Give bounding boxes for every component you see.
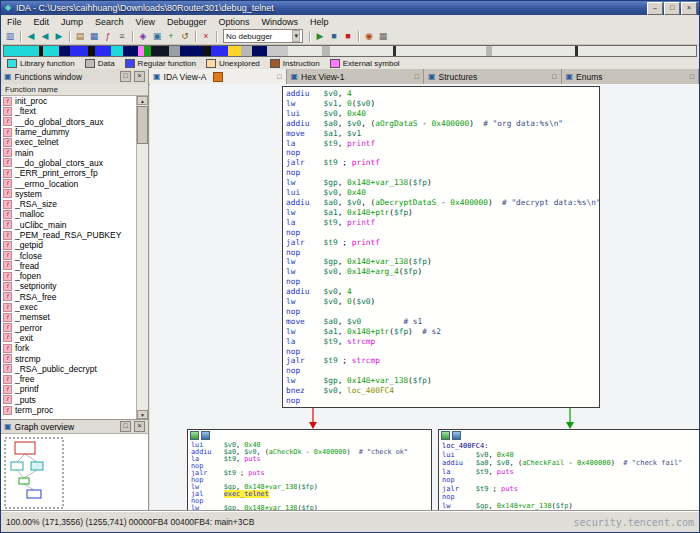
asm-line[interactable]: la $t9, strcmp bbox=[286, 337, 599, 347]
function-item[interactable]: f_printf bbox=[1, 384, 137, 394]
menu-item-search[interactable]: Search bbox=[89, 17, 130, 27]
function-item[interactable]: f_RSA_free bbox=[1, 292, 137, 302]
function-item[interactable]: f_fread bbox=[1, 261, 137, 271]
scrollbar-thumb[interactable] bbox=[137, 106, 148, 144]
asm-line[interactable]: lw $gp, 0x148+var_138($fp) bbox=[442, 502, 699, 511]
add-icon[interactable]: + bbox=[164, 30, 178, 43]
asm-line[interactable]: jalr $t9 ; strcmp bbox=[286, 356, 599, 366]
tab-enums[interactable]: ▣Enums□ bbox=[562, 69, 700, 84]
function-item[interactable]: fexec_telnet bbox=[1, 137, 137, 147]
minimize-button[interactable]: – bbox=[647, 2, 663, 15]
asm-line[interactable]: la $t9, printf bbox=[286, 139, 599, 149]
tab-ida-view-a[interactable]: ▣IDA View-A□ bbox=[149, 69, 287, 84]
navband[interactable] bbox=[3, 45, 697, 57]
maximize-icon[interactable]: □ bbox=[690, 73, 694, 80]
asm-line[interactable]: la $t9, puts bbox=[442, 468, 699, 477]
menu-item-file[interactable]: File bbox=[1, 17, 28, 27]
function-item[interactable]: f_memset bbox=[1, 312, 137, 322]
menu-item-edit[interactable]: Edit bbox=[28, 17, 56, 27]
function-item[interactable]: finit_proc bbox=[1, 96, 137, 106]
menu-item-debugger[interactable]: Debugger bbox=[161, 17, 213, 27]
asm-line[interactable]: la $t9, printf bbox=[286, 218, 599, 228]
asm-line[interactable]: nop bbox=[286, 248, 599, 258]
breakpoint-icon[interactable]: ◉ bbox=[362, 30, 376, 43]
asm-line[interactable]: nop bbox=[286, 347, 599, 357]
asm-line[interactable]: jal exec_telnet bbox=[191, 491, 431, 498]
tab-hex-view-1[interactable]: ▣Hex View-1□ bbox=[287, 69, 425, 84]
maximize-icon[interactable]: □ bbox=[415, 73, 419, 80]
asm-line[interactable]: jalr $t9 ; puts bbox=[191, 470, 431, 477]
asm-line[interactable]: bnez $v0, loc_400FC4 bbox=[286, 386, 599, 396]
graph-overview-map[interactable] bbox=[1, 433, 148, 514]
function-item[interactable]: f_uClibc_main bbox=[1, 220, 137, 230]
asm-line[interactable]: nop bbox=[286, 168, 599, 178]
start-process-icon[interactable]: ▶ bbox=[313, 30, 327, 43]
function-item[interactable]: f_exit bbox=[1, 333, 137, 343]
menu-item-options[interactable]: Options bbox=[212, 17, 255, 27]
function-item[interactable]: f__errno_location bbox=[1, 178, 137, 188]
structures-icon[interactable]: ▣ bbox=[150, 30, 164, 43]
function-item[interactable]: f_malloc bbox=[1, 209, 137, 219]
function-item[interactable]: f_PEM_read_RSA_PUBKEY bbox=[1, 230, 137, 240]
function-item[interactable]: f_getpid bbox=[1, 240, 137, 250]
function-item[interactable]: fstrcmp bbox=[1, 353, 137, 363]
close-button[interactable]: × bbox=[681, 2, 697, 15]
title-bar[interactable]: ◆ IDA - C:\Users\caihhuang\Downloads\80R… bbox=[1, 1, 699, 15]
functions-window-titlebar[interactable]: ▣ Functions window □ × bbox=[1, 69, 149, 84]
asm-line[interactable]: loc_400FC4: bbox=[442, 442, 699, 451]
function-item[interactable]: f_RSA_public_decrypt bbox=[1, 364, 137, 374]
panel-close-icon[interactable]: × bbox=[134, 71, 145, 82]
function-item[interactable]: f_exec bbox=[1, 302, 137, 312]
pause-process-icon[interactable]: ■ bbox=[327, 30, 341, 43]
function-item[interactable]: f_setpriority bbox=[1, 281, 137, 291]
cancel-icon[interactable]: × bbox=[199, 30, 213, 43]
asm-line[interactable]: jalr $t9 ; puts bbox=[442, 485, 699, 494]
panel-close-icon[interactable]: × bbox=[134, 421, 145, 432]
menu-item-view[interactable]: View bbox=[130, 17, 161, 27]
asm-line[interactable]: lui $v0, 0x40 bbox=[286, 188, 599, 198]
asm-line[interactable]: nop bbox=[286, 396, 599, 406]
back-icon[interactable]: ◀ bbox=[24, 30, 38, 43]
asm-line[interactable]: nop bbox=[286, 148, 599, 158]
asm-line[interactable]: addiu $v0, 4 bbox=[286, 89, 599, 99]
node-group-icon[interactable] bbox=[441, 431, 450, 440]
node-color-icon[interactable] bbox=[452, 431, 461, 440]
asm-line[interactable]: nop bbox=[442, 493, 699, 502]
scroll-up-icon[interactable]: ▲ bbox=[137, 96, 148, 105]
asm-line[interactable]: lui $v0, 0x40 bbox=[442, 451, 699, 460]
function-item[interactable]: ffork bbox=[1, 343, 137, 353]
asm-line[interactable]: move $a0, $v0 # s1 bbox=[286, 317, 599, 327]
function-item[interactable]: f_free bbox=[1, 374, 137, 384]
function-item[interactable]: f_ftext bbox=[1, 106, 137, 116]
desktop-icon[interactable]: ▦ bbox=[376, 30, 390, 43]
menu-item-windows[interactable]: Windows bbox=[256, 17, 305, 27]
xrefs-icon[interactable]: ◈ bbox=[136, 30, 150, 43]
back-far-icon[interactable]: ◀ bbox=[38, 30, 52, 43]
tab-structures[interactable]: ▣Structures□ bbox=[424, 69, 562, 84]
graph-view[interactable]: addiu $v0, 4lw $v1, 0($v0)lui $v0, 0x40a… bbox=[150, 84, 699, 512]
debugger-select[interactable]: No debugger▾ bbox=[223, 29, 303, 43]
asm-line[interactable]: nop bbox=[286, 307, 599, 317]
graph-overview-titlebar[interactable]: ▣ Graph overview □ × bbox=[1, 420, 148, 433]
stop-process-icon[interactable]: ■ bbox=[341, 30, 355, 43]
node-color-icon[interactable] bbox=[201, 431, 210, 440]
function-item[interactable]: f_RSA_size bbox=[1, 199, 137, 209]
menu-item-jump[interactable]: Jump bbox=[55, 17, 89, 27]
asm-line[interactable]: nop bbox=[442, 476, 699, 485]
function-list-scrollbar[interactable]: ▲ ▼ bbox=[136, 96, 148, 419]
panel-maximize-icon[interactable]: □ bbox=[120, 71, 131, 82]
asm-line[interactable]: lw $gp, 0x148+var_138($fp) bbox=[286, 257, 599, 267]
save-icon[interactable]: ▥ bbox=[3, 30, 17, 43]
tab-highlight-icon[interactable] bbox=[213, 72, 223, 82]
asm-line[interactable]: nop bbox=[286, 277, 599, 287]
function-item[interactable]: f_puts bbox=[1, 395, 137, 405]
asm-line[interactable]: la $t9, puts bbox=[191, 456, 431, 463]
asm-line[interactable]: lw $a1, 0x148+ptr($fp) # s2 bbox=[286, 327, 599, 337]
function-item[interactable]: f_perror bbox=[1, 323, 137, 333]
function-item[interactable]: fframe_dummy bbox=[1, 127, 137, 137]
asm-line[interactable]: addiu $a0, $v0, (aDecryptDataS - 0x40000… bbox=[286, 198, 599, 208]
forward-icon[interactable]: ▶ bbox=[52, 30, 66, 43]
asm-line[interactable]: lw $gp, 0x148+var_138($fp) bbox=[286, 376, 599, 386]
asm-line[interactable]: nop bbox=[286, 366, 599, 376]
asm-line[interactable]: jalr $t9 ; printf bbox=[286, 238, 599, 248]
